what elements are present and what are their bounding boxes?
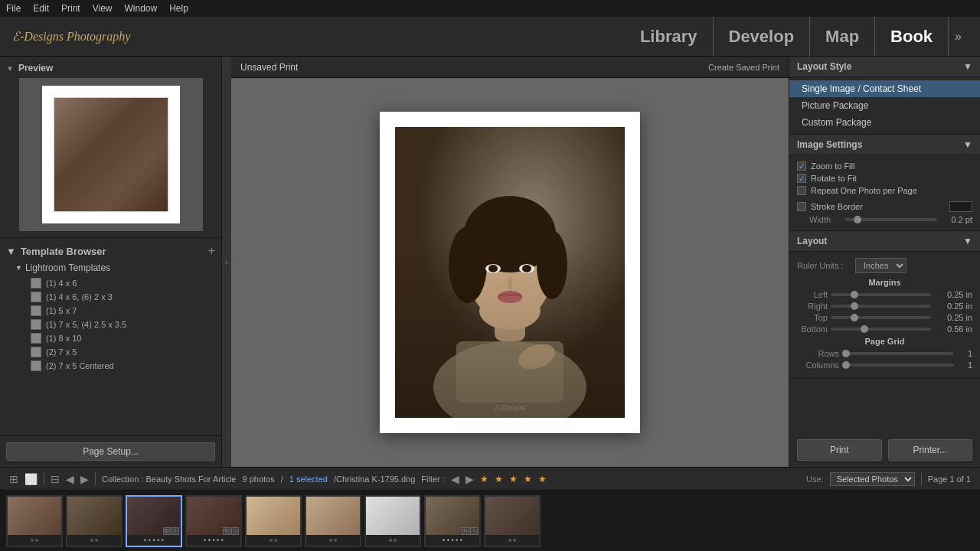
svg-point-12 [519, 264, 534, 273]
module-switcher: Library Develop Map Book » [625, 17, 968, 57]
bottom-toolbar: ⊞ ⬜ ⊟ ◀ ▶ Collection : Beauty Shots For … [0, 467, 980, 490]
module-more-icon[interactable]: » [949, 30, 968, 44]
film-item-6[interactable] [364, 495, 421, 547]
filter-next-icon[interactable]: ▶ [466, 473, 474, 485]
film-item-8[interactable] [484, 495, 541, 547]
film-item-4[interactable] [245, 495, 302, 547]
bottom-margin-slider[interactable] [831, 328, 931, 331]
template-item-6[interactable]: (2) 7 x 5 Centered [28, 359, 215, 373]
film-dot-5 [274, 539, 277, 542]
layout-style-picture-package[interactable]: Picture Package [789, 97, 980, 114]
template-item-2[interactable]: (1) 5 x 7 [28, 304, 215, 318]
print-button[interactable]: Print [797, 439, 882, 461]
svg-point-6 [468, 223, 552, 322]
left-margin-thumb[interactable] [851, 291, 858, 298]
film-info-icon-7: i [470, 527, 478, 535]
layout-arrow-icon: ▼ [963, 236, 972, 246]
image-settings-header[interactable]: Image Settings ▼ [789, 135, 980, 155]
star-4[interactable]: ★ [524, 474, 532, 484]
columns-slider[interactable] [842, 364, 954, 367]
layout-header[interactable]: Layout ▼ [789, 231, 980, 252]
film-photo-area-1 [67, 497, 121, 535]
film-bottom-1 [67, 535, 121, 546]
template-item-3[interactable]: (1) 7 x 5, (4) 2.5 x 3.5 [28, 318, 215, 331]
star-2[interactable]: ★ [495, 474, 503, 484]
film-photo-8 [485, 497, 539, 546]
toolbar-separator-2 [95, 473, 96, 485]
bottom-margin-thumb[interactable] [861, 325, 868, 333]
template-item-1[interactable]: (1) 4 x 6, (6) 2 x 3 [28, 290, 215, 304]
right-margin-thumb[interactable] [851, 302, 858, 310]
top-margin-value: 0.25 in [934, 313, 972, 322]
film-item-3[interactable]: • • • • • ↻ i [185, 495, 242, 547]
module-map[interactable]: Map [810, 17, 875, 57]
filmstrip: • • • • • ↻ i • • • • • ↻ i [0, 490, 980, 551]
grid-small-icon[interactable]: ⊟ [51, 473, 60, 485]
module-develop[interactable]: Develop [714, 17, 811, 57]
top-margin-thumb[interactable] [851, 314, 858, 321]
stroke-width-value: 0.2 pt [942, 215, 972, 224]
film-item-0[interactable] [6, 495, 63, 547]
template-item-5[interactable]: (2) 7 x 5 [28, 345, 215, 359]
star-3[interactable]: ★ [509, 474, 518, 484]
create-saved-print-button[interactable]: Create Saved Print [708, 63, 779, 72]
stroke-width-thumb[interactable] [854, 216, 861, 223]
svg-point-9 [537, 230, 567, 299]
menu-file[interactable]: File [6, 3, 21, 14]
preview-collapse-icon[interactable]: ▼ [6, 64, 14, 73]
selected-info[interactable]: 1 selected [289, 474, 328, 484]
film-bottom-2: • • • • • [127, 535, 181, 546]
film-item-1[interactable] [66, 495, 122, 547]
layout-style-single-image[interactable]: Single Image / Contact Sheet [789, 80, 980, 97]
next-icon[interactable]: ▶ [80, 473, 89, 485]
left-panel-collapse-handle[interactable]: ‹ [222, 57, 231, 467]
top-margin-slider[interactable] [831, 316, 931, 319]
stroke-border-color-swatch[interactable] [949, 201, 972, 212]
film-item-5[interactable] [305, 495, 361, 547]
star-5[interactable]: ★ [538, 474, 547, 484]
star-1[interactable]: ★ [480, 474, 488, 484]
stroke-border-checkbox[interactable] [797, 202, 806, 211]
grid-view-icon[interactable]: ⊞ [9, 473, 18, 485]
layout-style-arrow-icon: ▼ [963, 61, 972, 72]
stroke-width-slider[interactable] [844, 218, 937, 221]
template-item-4[interactable]: (1) 8 x 10 [28, 331, 215, 345]
zoom-to-fill-checkbox[interactable] [797, 161, 806, 171]
module-library[interactable]: Library [625, 17, 714, 57]
lightroom-templates-group[interactable]: ▼ Lightroom Templates [15, 262, 215, 273]
menu-edit[interactable]: Edit [33, 3, 49, 14]
film-item-7[interactable]: • • • • • ↻ i [424, 495, 481, 547]
columns-thumb[interactable] [842, 361, 850, 369]
template-icon-6 [31, 360, 41, 371]
prev-icon[interactable]: ◀ [66, 473, 74, 485]
menu-window[interactable]: Window [125, 3, 158, 14]
right-margin-slider[interactable] [831, 305, 931, 308]
rows-thumb[interactable] [842, 350, 850, 357]
ruler-units-dropdown[interactable]: Inches [855, 258, 906, 273]
loupe-view-icon[interactable]: ⬜ [24, 473, 38, 485]
layout-style-header[interactable]: Layout Style ▼ [789, 57, 980, 77]
film-item-2[interactable]: • • • • • ↻ i [126, 495, 182, 547]
module-book[interactable]: Book [875, 17, 949, 57]
rows-slider[interactable] [842, 352, 954, 355]
menu-help[interactable]: Help [169, 3, 188, 14]
menu-view[interactable]: View [93, 3, 113, 14]
use-select[interactable]: Selected Photos [830, 472, 915, 486]
right-margin-value: 0.25 in [934, 302, 972, 311]
print-buttons-area: Print Printer... [789, 433, 980, 467]
layout-style-custom-package[interactable]: Custom Package [789, 114, 980, 131]
template-item-0[interactable]: (1) 4 x 6 [28, 276, 215, 290]
printer-button[interactable]: Printer... [888, 439, 973, 461]
left-margin-slider[interactable] [831, 293, 931, 296]
center-toolbar: Unsaved Print Create Saved Print [231, 57, 789, 78]
template-browser-collapse-icon[interactable]: ▼ [6, 246, 16, 257]
svg-point-2 [395, 357, 625, 418]
rotate-to-fit-checkbox[interactable] [797, 174, 806, 183]
repeat-one-photo-checkbox[interactable] [797, 186, 806, 195]
template-browser-add-icon[interactable]: + [208, 244, 215, 258]
page-setup-button[interactable]: Page Setup... [6, 442, 215, 461]
svg-point-10 [479, 292, 541, 330]
menu-print[interactable]: Print [61, 3, 80, 14]
layout-style-label: Layout Style [797, 61, 851, 72]
filter-prev-icon[interactable]: ◀ [451, 473, 459, 485]
